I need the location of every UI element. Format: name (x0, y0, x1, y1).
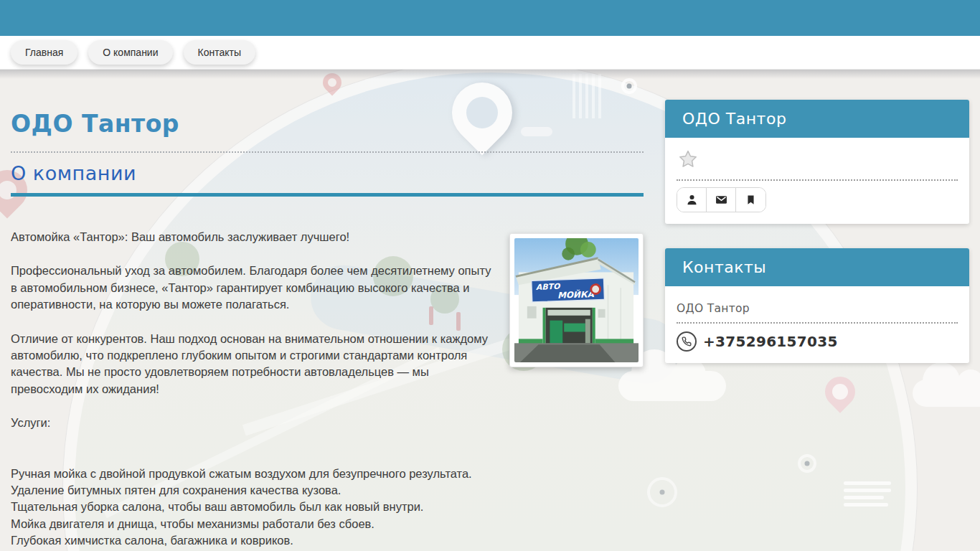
target-ring (647, 477, 677, 507)
cloud (913, 380, 980, 407)
bookmark-button[interactable] (736, 188, 765, 212)
contacts-card: Контакты ОДО Тантор +375296157035 (665, 248, 969, 363)
company-card-title: ОДО Тантор (682, 110, 786, 128)
company-card: ОДО Тантор (665, 100, 969, 224)
target-ring (798, 454, 816, 473)
service-line: Мойка двигателя и днища, чтобы механизмы… (11, 516, 644, 532)
company-card-header: ОДО Тантор (665, 100, 969, 138)
sidebar: ОДО Тантор (665, 100, 969, 363)
nav-item-home[interactable]: Главная (11, 40, 77, 65)
envelope-icon (715, 194, 728, 206)
article-text: АВТО МОЙКА (11, 229, 644, 551)
profile-button[interactable] (677, 188, 707, 212)
main-navigation: Главная О компании Контакты (0, 36, 980, 70)
top-bar (0, 0, 980, 36)
page-title: ОДО Тантор (11, 110, 644, 138)
contacts-card-title: Контакты (682, 258, 766, 276)
service-line: Тщательная уборка салона, чтобы ваш авто… (11, 499, 644, 515)
bookmark-icon (745, 194, 756, 206)
nav-item-about[interactable]: О компании (88, 40, 172, 65)
map-pin-pink (819, 370, 861, 413)
service-line: Глубокая химчистка салона, багажника и к… (11, 532, 644, 549)
company-photo: АВТО МОЙКА (509, 233, 644, 367)
sign-text-bottom: МОЙКА (557, 289, 595, 301)
phone-number-link[interactable]: +375296157035 (703, 333, 838, 350)
main-column: ОДО Тантор О компании (11, 70, 644, 551)
services-label: Услуги: (11, 415, 644, 431)
divider-dotted (677, 179, 958, 181)
user-icon (686, 194, 698, 206)
section-title: О компании (11, 162, 644, 184)
contact-company-name: ОДО Тантор (677, 302, 958, 315)
rating-star[interactable] (677, 149, 958, 172)
divider-dotted (11, 151, 644, 153)
phone-icon (677, 331, 697, 352)
email-button[interactable] (707, 188, 736, 212)
phone-row: +375296157035 (677, 331, 958, 352)
star-icon (678, 149, 698, 169)
carwash-photo-illustration: АВТО МОЙКА (514, 238, 639, 362)
divider-dotted (677, 322, 958, 324)
service-line: Ручная мойка с двойной продувкой сжатым … (11, 466, 644, 482)
nav-shadow (0, 70, 980, 79)
page-content-area: ОДО Тантор О компании (0, 70, 980, 551)
section-underline (11, 193, 644, 197)
service-line: Удаление битумных пятен для сохранения к… (11, 482, 644, 499)
social-button-group (677, 187, 766, 212)
nav-item-contacts[interactable]: Контакты (184, 40, 255, 65)
contacts-card-header: Контакты (665, 248, 969, 286)
